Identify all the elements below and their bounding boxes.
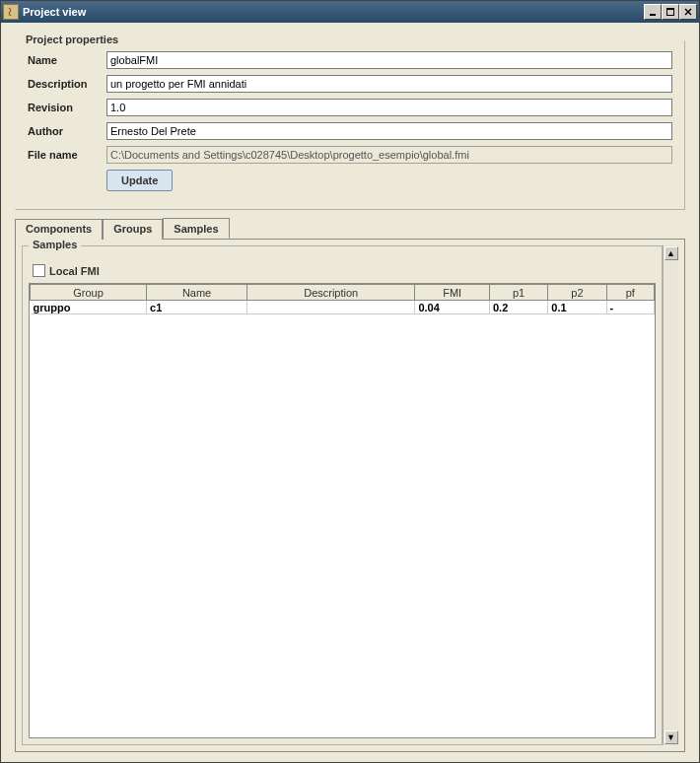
cell-description[interactable] xyxy=(247,301,415,314)
samples-legend: Samples xyxy=(29,239,81,250)
col-fmi[interactable]: FMI xyxy=(415,285,490,301)
tab-strip: Components Groups Samples xyxy=(15,218,685,239)
name-input[interactable] xyxy=(106,51,672,69)
cell-fmi[interactable]: 0.04 xyxy=(415,301,490,314)
svg-rect-2 xyxy=(666,8,674,10)
update-button[interactable]: Update xyxy=(106,170,173,191)
local-fmi-row: Local FMI xyxy=(33,264,656,277)
table-header-row: Group Name Description FMI p1 p2 pf xyxy=(31,285,655,301)
java-app-icon xyxy=(3,4,19,20)
tabs-container: Components Groups Samples Samples Local … xyxy=(15,218,685,752)
row-description: Description xyxy=(28,75,672,93)
close-button[interactable] xyxy=(679,4,697,20)
samples-table-wrap: Group Name Description FMI p1 p2 pf xyxy=(29,283,656,738)
revision-input[interactable] xyxy=(106,99,672,116)
scroll-down-button[interactable]: ▼ xyxy=(665,730,678,744)
local-fmi-label: Local FMI xyxy=(49,265,100,277)
project-properties-legend: Project properties xyxy=(22,34,122,45)
titlebar: Project view xyxy=(1,1,699,23)
row-update: Update xyxy=(28,170,672,191)
col-group[interactable]: Group xyxy=(31,285,147,301)
minimize-button[interactable] xyxy=(644,4,662,20)
vertical-scrollbar[interactable]: ▲ ▼ xyxy=(663,245,678,745)
row-name: Name xyxy=(28,51,672,69)
table-empty-area[interactable] xyxy=(30,314,655,737)
local-fmi-checkbox[interactable] xyxy=(33,264,45,277)
window-controls xyxy=(644,4,697,20)
table-row[interactable]: gruppo c1 0.04 0.2 0.1 - xyxy=(31,301,655,314)
samples-area: Samples Local FMI Group Name xyxy=(22,245,663,745)
cell-p1[interactable]: 0.2 xyxy=(489,301,547,314)
col-p2[interactable]: p2 xyxy=(548,285,606,301)
cell-p2[interactable]: 0.1 xyxy=(548,301,606,314)
cell-name[interactable]: c1 xyxy=(147,301,247,314)
tab-components[interactable]: Components xyxy=(15,219,103,240)
scroll-up-button[interactable]: ▲ xyxy=(665,246,678,260)
samples-table[interactable]: Group Name Description FMI p1 p2 pf xyxy=(30,284,655,314)
cell-pf[interactable]: - xyxy=(606,301,654,314)
cell-group[interactable]: gruppo xyxy=(31,301,147,314)
col-description[interactable]: Description xyxy=(247,285,415,301)
project-view-window: Project view Project properties Name Des… xyxy=(0,0,700,763)
col-name[interactable]: Name xyxy=(147,285,247,301)
label-description: Description xyxy=(28,78,106,90)
samples-group: Samples Local FMI Group Name xyxy=(22,245,663,745)
label-revision: Revision xyxy=(28,102,106,113)
row-revision: Revision xyxy=(28,99,672,116)
window-title: Project view xyxy=(23,6,644,18)
label-author: Author xyxy=(28,125,106,137)
project-properties-group: Project properties Name Description Revi… xyxy=(15,40,685,210)
svg-rect-0 xyxy=(650,14,656,16)
maximize-button[interactable] xyxy=(662,4,679,20)
row-author: Author xyxy=(28,122,672,140)
filename-field: C:\Documents and Settings\c028745\Deskto… xyxy=(106,146,672,164)
tab-panel-samples: Samples Local FMI Group Name xyxy=(15,239,685,752)
col-p1[interactable]: p1 xyxy=(489,285,547,301)
row-filename: File name C:\Documents and Settings\c028… xyxy=(28,146,672,164)
label-name: Name xyxy=(28,54,106,66)
col-pf[interactable]: pf xyxy=(606,285,654,301)
tab-samples[interactable]: Samples xyxy=(163,218,229,239)
tab-groups[interactable]: Groups xyxy=(103,219,163,240)
label-filename: File name xyxy=(28,149,106,161)
author-input[interactable] xyxy=(106,122,672,140)
content-area: Project properties Name Description Revi… xyxy=(1,23,699,762)
description-input[interactable] xyxy=(106,75,672,93)
